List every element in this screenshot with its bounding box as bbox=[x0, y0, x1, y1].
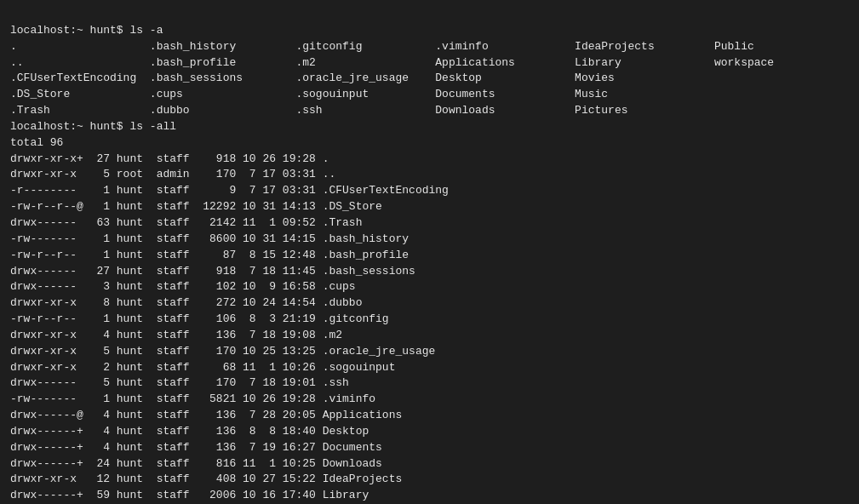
terminal-line: drwx------ 3 hunt staff 102 10 9 16:58 .… bbox=[10, 279, 849, 295]
terminal-line: total 96 bbox=[10, 135, 849, 152]
terminal-line: drwxr-xr-x 8 hunt staff 272 10 24 14:54 … bbox=[10, 295, 849, 312]
terminal-line: .CFUserTextEncoding .bash_sessions .orac… bbox=[10, 71, 849, 87]
terminal-line: -rw------- 1 hunt staff 5821 10 26 19:28… bbox=[10, 392, 849, 408]
terminal-line: drwx------ 63 hunt staff 2142 11 1 09:52… bbox=[10, 215, 849, 232]
terminal-line: drwxr-xr-x 2 hunt staff 68 11 1 10:26 .s… bbox=[10, 360, 849, 376]
terminal-line: drwx------+ 24 hunt staff 816 11 1 10:25… bbox=[10, 456, 849, 472]
terminal-line: drwx------+ 59 hunt staff 2006 10 16 17:… bbox=[10, 488, 849, 504]
terminal-window[interactable]: localhost:~ hunt$ ls -a. .bash_history .… bbox=[0, 0, 859, 504]
terminal-line: .. .bash_profile .m2 Applications Librar… bbox=[10, 55, 849, 72]
terminal-line: drwxr-xr-x 5 hunt staff 170 10 25 13:25 … bbox=[10, 344, 849, 360]
terminal-line: drwx------ 5 hunt staff 170 7 18 19:01 .… bbox=[10, 375, 849, 392]
terminal-line: drwx------+ 4 hunt staff 136 8 8 18:40 D… bbox=[10, 424, 849, 440]
terminal-line: -rw-r--r-- 1 hunt staff 106 8 3 21:19 .g… bbox=[10, 312, 849, 328]
terminal-line: . .bash_history .gitconfig .viminfo Idea… bbox=[10, 39, 849, 55]
terminal-line: drwx------+ 4 hunt staff 136 7 19 16:27 … bbox=[10, 440, 849, 456]
terminal-line: drwxr-xr-x+ 27 hunt staff 918 10 26 19:2… bbox=[10, 152, 849, 168]
terminal-line: drwxr-xr-x 12 hunt staff 408 10 27 15:22… bbox=[10, 472, 849, 488]
terminal-line: .DS_Store .cups .sogouinput Documents Mu… bbox=[10, 87, 849, 103]
terminal-line: localhost:~ hunt$ ls -all bbox=[10, 119, 849, 135]
terminal-line: localhost:~ hunt$ ls -a bbox=[10, 23, 849, 39]
terminal-line: .Trash .dubbo .ssh Downloads Pictures bbox=[10, 103, 849, 119]
terminal-line: -rw------- 1 hunt staff 8600 10 31 14:15… bbox=[10, 232, 849, 248]
terminal-line: drwxr-xr-x 5 root admin 170 7 17 03:31 .… bbox=[10, 167, 849, 183]
terminal-line: -rw-r--r-- 1 hunt staff 87 8 15 12:48 .b… bbox=[10, 248, 849, 264]
terminal-line: drwx------@ 4 hunt staff 136 7 28 20:05 … bbox=[10, 408, 849, 424]
terminal-line: -rw-r--r--@ 1 hunt staff 12292 10 31 14:… bbox=[10, 199, 849, 215]
terminal-line: drwx------ 27 hunt staff 918 7 18 11:45 … bbox=[10, 264, 849, 280]
terminal-line: drwxr-xr-x 4 hunt staff 136 7 18 19:08 .… bbox=[10, 328, 849, 344]
terminal-line: -r-------- 1 hunt staff 9 7 17 03:31 .CF… bbox=[10, 183, 849, 199]
